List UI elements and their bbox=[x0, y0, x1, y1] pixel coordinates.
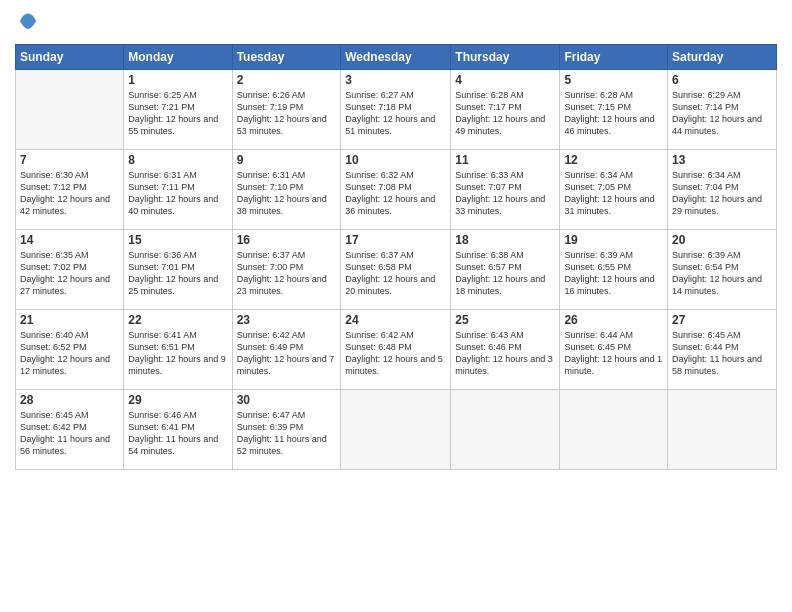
day-number: 2 bbox=[237, 73, 337, 87]
day-number: 1 bbox=[128, 73, 227, 87]
day-info: Sunrise: 6:29 AMSunset: 7:14 PMDaylight:… bbox=[672, 89, 772, 138]
calendar-cell: 23Sunrise: 6:42 AMSunset: 6:49 PMDayligh… bbox=[232, 310, 341, 390]
day-info: Sunrise: 6:35 AMSunset: 7:02 PMDaylight:… bbox=[20, 249, 119, 298]
day-number: 24 bbox=[345, 313, 446, 327]
calendar-cell bbox=[668, 390, 777, 470]
calendar-cell: 15Sunrise: 6:36 AMSunset: 7:01 PMDayligh… bbox=[124, 230, 232, 310]
calendar-cell: 13Sunrise: 6:34 AMSunset: 7:04 PMDayligh… bbox=[668, 150, 777, 230]
day-number: 20 bbox=[672, 233, 772, 247]
calendar-cell bbox=[560, 390, 668, 470]
day-number: 21 bbox=[20, 313, 119, 327]
calendar-cell: 8Sunrise: 6:31 AMSunset: 7:11 PMDaylight… bbox=[124, 150, 232, 230]
calendar-cell: 11Sunrise: 6:33 AMSunset: 7:07 PMDayligh… bbox=[451, 150, 560, 230]
calendar-week-1: 1Sunrise: 6:25 AMSunset: 7:21 PMDaylight… bbox=[16, 70, 777, 150]
day-number: 5 bbox=[564, 73, 663, 87]
day-number: 4 bbox=[455, 73, 555, 87]
day-number: 23 bbox=[237, 313, 337, 327]
day-number: 25 bbox=[455, 313, 555, 327]
day-info: Sunrise: 6:44 AMSunset: 6:45 PMDaylight:… bbox=[564, 329, 663, 378]
calendar-cell: 17Sunrise: 6:37 AMSunset: 6:58 PMDayligh… bbox=[341, 230, 451, 310]
calendar-week-5: 28Sunrise: 6:45 AMSunset: 6:42 PMDayligh… bbox=[16, 390, 777, 470]
day-number: 7 bbox=[20, 153, 119, 167]
calendar-cell: 6Sunrise: 6:29 AMSunset: 7:14 PMDaylight… bbox=[668, 70, 777, 150]
day-info: Sunrise: 6:34 AMSunset: 7:04 PMDaylight:… bbox=[672, 169, 772, 218]
day-info: Sunrise: 6:30 AMSunset: 7:12 PMDaylight:… bbox=[20, 169, 119, 218]
page: SundayMondayTuesdayWednesdayThursdayFrid… bbox=[0, 0, 792, 612]
calendar-cell bbox=[341, 390, 451, 470]
day-info: Sunrise: 6:31 AMSunset: 7:10 PMDaylight:… bbox=[237, 169, 337, 218]
day-number: 19 bbox=[564, 233, 663, 247]
calendar-cell: 9Sunrise: 6:31 AMSunset: 7:10 PMDaylight… bbox=[232, 150, 341, 230]
day-number: 11 bbox=[455, 153, 555, 167]
day-info: Sunrise: 6:33 AMSunset: 7:07 PMDaylight:… bbox=[455, 169, 555, 218]
calendar-cell: 30Sunrise: 6:47 AMSunset: 6:39 PMDayligh… bbox=[232, 390, 341, 470]
day-number: 29 bbox=[128, 393, 227, 407]
calendar-cell: 26Sunrise: 6:44 AMSunset: 6:45 PMDayligh… bbox=[560, 310, 668, 390]
day-info: Sunrise: 6:25 AMSunset: 7:21 PMDaylight:… bbox=[128, 89, 227, 138]
calendar-cell: 1Sunrise: 6:25 AMSunset: 7:21 PMDaylight… bbox=[124, 70, 232, 150]
calendar-cell: 28Sunrise: 6:45 AMSunset: 6:42 PMDayligh… bbox=[16, 390, 124, 470]
day-number: 6 bbox=[672, 73, 772, 87]
day-info: Sunrise: 6:40 AMSunset: 6:52 PMDaylight:… bbox=[20, 329, 119, 378]
weekday-header-wednesday: Wednesday bbox=[341, 45, 451, 70]
calendar-cell: 20Sunrise: 6:39 AMSunset: 6:54 PMDayligh… bbox=[668, 230, 777, 310]
day-number: 30 bbox=[237, 393, 337, 407]
calendar-week-2: 7Sunrise: 6:30 AMSunset: 7:12 PMDaylight… bbox=[16, 150, 777, 230]
calendar-cell: 18Sunrise: 6:38 AMSunset: 6:57 PMDayligh… bbox=[451, 230, 560, 310]
weekday-header-sunday: Sunday bbox=[16, 45, 124, 70]
calendar-cell: 7Sunrise: 6:30 AMSunset: 7:12 PMDaylight… bbox=[16, 150, 124, 230]
day-info: Sunrise: 6:37 AMSunset: 6:58 PMDaylight:… bbox=[345, 249, 446, 298]
weekday-header-saturday: Saturday bbox=[668, 45, 777, 70]
day-number: 22 bbox=[128, 313, 227, 327]
calendar-cell: 10Sunrise: 6:32 AMSunset: 7:08 PMDayligh… bbox=[341, 150, 451, 230]
logo-icon bbox=[17, 10, 39, 32]
weekday-header-tuesday: Tuesday bbox=[232, 45, 341, 70]
day-info: Sunrise: 6:46 AMSunset: 6:41 PMDaylight:… bbox=[128, 409, 227, 458]
weekday-header-thursday: Thursday bbox=[451, 45, 560, 70]
day-number: 16 bbox=[237, 233, 337, 247]
day-info: Sunrise: 6:38 AMSunset: 6:57 PMDaylight:… bbox=[455, 249, 555, 298]
day-info: Sunrise: 6:26 AMSunset: 7:19 PMDaylight:… bbox=[237, 89, 337, 138]
day-info: Sunrise: 6:39 AMSunset: 6:55 PMDaylight:… bbox=[564, 249, 663, 298]
day-info: Sunrise: 6:45 AMSunset: 6:42 PMDaylight:… bbox=[20, 409, 119, 458]
day-info: Sunrise: 6:42 AMSunset: 6:49 PMDaylight:… bbox=[237, 329, 337, 378]
day-info: Sunrise: 6:39 AMSunset: 6:54 PMDaylight:… bbox=[672, 249, 772, 298]
calendar-cell: 22Sunrise: 6:41 AMSunset: 6:51 PMDayligh… bbox=[124, 310, 232, 390]
day-info: Sunrise: 6:42 AMSunset: 6:48 PMDaylight:… bbox=[345, 329, 446, 378]
day-number: 14 bbox=[20, 233, 119, 247]
calendar-cell: 16Sunrise: 6:37 AMSunset: 7:00 PMDayligh… bbox=[232, 230, 341, 310]
calendar-cell bbox=[16, 70, 124, 150]
day-number: 9 bbox=[237, 153, 337, 167]
day-info: Sunrise: 6:27 AMSunset: 7:18 PMDaylight:… bbox=[345, 89, 446, 138]
day-number: 3 bbox=[345, 73, 446, 87]
day-info: Sunrise: 6:36 AMSunset: 7:01 PMDaylight:… bbox=[128, 249, 227, 298]
day-number: 18 bbox=[455, 233, 555, 247]
day-info: Sunrise: 6:47 AMSunset: 6:39 PMDaylight:… bbox=[237, 409, 337, 458]
calendar-cell: 2Sunrise: 6:26 AMSunset: 7:19 PMDaylight… bbox=[232, 70, 341, 150]
weekday-header-row: SundayMondayTuesdayWednesdayThursdayFrid… bbox=[16, 45, 777, 70]
calendar-cell bbox=[451, 390, 560, 470]
weekday-header-monday: Monday bbox=[124, 45, 232, 70]
day-info: Sunrise: 6:43 AMSunset: 6:46 PMDaylight:… bbox=[455, 329, 555, 378]
calendar-cell: 14Sunrise: 6:35 AMSunset: 7:02 PMDayligh… bbox=[16, 230, 124, 310]
calendar: SundayMondayTuesdayWednesdayThursdayFrid… bbox=[15, 44, 777, 470]
day-info: Sunrise: 6:34 AMSunset: 7:05 PMDaylight:… bbox=[564, 169, 663, 218]
day-number: 27 bbox=[672, 313, 772, 327]
day-info: Sunrise: 6:31 AMSunset: 7:11 PMDaylight:… bbox=[128, 169, 227, 218]
calendar-cell: 5Sunrise: 6:28 AMSunset: 7:15 PMDaylight… bbox=[560, 70, 668, 150]
day-info: Sunrise: 6:41 AMSunset: 6:51 PMDaylight:… bbox=[128, 329, 227, 378]
day-number: 10 bbox=[345, 153, 446, 167]
calendar-cell: 25Sunrise: 6:43 AMSunset: 6:46 PMDayligh… bbox=[451, 310, 560, 390]
logo bbox=[15, 10, 39, 36]
day-info: Sunrise: 6:45 AMSunset: 6:44 PMDaylight:… bbox=[672, 329, 772, 378]
calendar-cell: 27Sunrise: 6:45 AMSunset: 6:44 PMDayligh… bbox=[668, 310, 777, 390]
day-info: Sunrise: 6:28 AMSunset: 7:17 PMDaylight:… bbox=[455, 89, 555, 138]
calendar-cell: 19Sunrise: 6:39 AMSunset: 6:55 PMDayligh… bbox=[560, 230, 668, 310]
calendar-week-3: 14Sunrise: 6:35 AMSunset: 7:02 PMDayligh… bbox=[16, 230, 777, 310]
day-number: 15 bbox=[128, 233, 227, 247]
day-number: 17 bbox=[345, 233, 446, 247]
day-number: 12 bbox=[564, 153, 663, 167]
day-number: 8 bbox=[128, 153, 227, 167]
calendar-cell: 24Sunrise: 6:42 AMSunset: 6:48 PMDayligh… bbox=[341, 310, 451, 390]
calendar-cell: 21Sunrise: 6:40 AMSunset: 6:52 PMDayligh… bbox=[16, 310, 124, 390]
